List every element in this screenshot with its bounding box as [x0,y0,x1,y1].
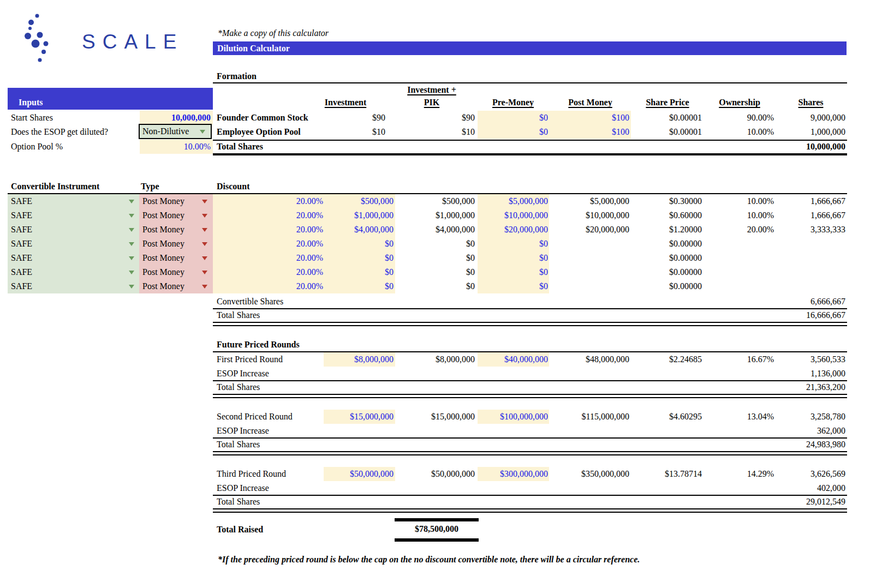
investment-input[interactable]: $0 [306,265,394,279]
pre-money-cell[interactable]: $0 [478,125,548,139]
scale-logo: SCALE [16,9,180,69]
instrument-dropdown[interactable]: SAFE [11,237,120,251]
chevron-down-icon[interactable] [129,256,134,260]
investment-input[interactable]: $0 [306,251,394,265]
table-row: ESOP Increase 1,136,000 [0,367,882,380]
ownership-cell: 20.00% [705,223,774,237]
instrument-dropdown[interactable]: SAFE [11,223,120,237]
dilution-calculator-sheet: SCALE *Make a copy of this calculator Di… [0,0,882,588]
shares-cell: 3,333,333 [776,223,845,237]
investment-input[interactable]: $500,000 [306,194,394,208]
chevron-down-icon[interactable] [202,256,207,260]
share-price-cell: $0.00000 [633,265,702,279]
inv-pik-cell: $500,000 [389,194,475,208]
cap-input[interactable]: $0 [478,265,548,279]
cap-input[interactable]: $0 [478,279,548,293]
chevron-down-icon[interactable] [202,271,207,274]
make-copy-note: *Make a copy of this calculator [218,27,329,39]
formation-section-title: Formation [217,70,257,82]
cap-input[interactable]: $0 [478,237,548,251]
instrument-dropdown[interactable]: SAFE [11,265,120,279]
chevron-down-icon[interactable] [202,285,207,289]
table-row: Total Shares 24,983,980 [0,439,882,451]
share-price-cell: $0.00001 [633,111,702,125]
priced-round-row: Second Priced Round $15,000,000 $15,000,… [0,410,882,424]
shares-cell: 1,666,667 [776,194,845,208]
inv-pik-cell: $90 [389,111,475,125]
cap-input[interactable]: $0 [478,251,548,265]
share-price-cell: $0.00000 [633,237,702,251]
inv-pik-cell: $1,000,000 [389,208,475,223]
chevron-down-icon[interactable] [202,214,207,218]
instrument-dropdown[interactable]: SAFE [11,194,120,208]
esop-increase-value: 1,136,000 [776,367,845,381]
shares-cell: 1,000,000 [776,125,845,139]
chevron-down-icon[interactable] [129,271,134,274]
convertible-row: SAFE Post Money 20.00% $4,000,000 $4,000… [0,223,882,237]
type-dropdown[interactable]: Post Money [142,265,197,279]
instrument-dropdown[interactable]: SAFE [11,279,120,293]
circular-reference-footnote: *If the preceding priced round is below … [218,553,640,566]
instrument-dropdown[interactable]: SAFE [11,208,120,223]
cap-input[interactable]: $5,000,000 [478,194,548,208]
chevron-down-icon[interactable] [129,285,134,289]
priced-round-row: First Priced Round $8,000,000 $8,000,000… [0,352,882,367]
round-investment-input[interactable]: $50,000,000 [306,467,394,481]
type-dropdown[interactable]: Post Money [142,279,197,293]
post-money-cell: $48,000,000 [551,352,629,367]
scale-logo-dots-icon [16,9,68,69]
investment-input[interactable]: $4,000,000 [306,223,394,237]
col-header-pre-money: Pre-Money [478,97,548,111]
convertible-row: SAFE Post Money 20.00% $0 $0 $0 $0.00000 [0,265,882,279]
convertible-shares-label: Convertible Shares [217,295,359,309]
table-row: Total Shares 16,666,667 [0,309,882,321]
investment-input[interactable]: $0 [306,279,394,293]
share-price-cell: $13.78714 [633,467,702,481]
investment-cell: $10 [306,125,385,139]
inv-pik-cell: $4,000,000 [389,223,475,237]
pre-money-input[interactable]: $40,000,000 [478,352,548,367]
pre-money-input[interactable]: $300,000,000 [478,467,548,481]
round-investment-input[interactable]: $8,000,000 [306,352,394,367]
chevron-down-icon[interactable] [129,242,134,246]
investment-input[interactable]: $1,000,000 [306,208,394,223]
inv-pik-cell: $0 [389,237,475,251]
post-money-cell[interactable]: $100 [551,111,629,125]
cap-input[interactable]: $10,000,000 [478,208,548,223]
table-row: Total Shares 21,363,200 [0,381,882,393]
investment-input[interactable]: $0 [306,237,394,251]
shares-cell: 1,666,667 [776,208,845,223]
pre-money-input[interactable]: $100,000,000 [478,410,548,424]
type-dropdown[interactable]: Post Money [142,223,197,237]
table-row: ESOP Increase 402,000 [0,482,882,495]
type-dropdown[interactable]: Post Money [142,251,197,265]
col-header-ownership: Ownership [705,97,774,111]
instrument-dropdown[interactable]: SAFE [11,251,120,265]
shares-cell: 3,626,569 [776,467,845,481]
chevron-down-icon[interactable] [129,214,134,218]
inputs-banner: Inputs [8,88,213,110]
round-investment-input[interactable]: $15,000,000 [306,410,394,424]
col-header-pik: PIK [389,97,475,111]
chevron-down-icon[interactable] [129,200,134,203]
esop-increase-value: 402,000 [776,482,845,496]
share-price-cell: $0.00000 [633,279,702,293]
chevron-down-icon[interactable] [202,242,207,246]
post-money-cell: $20,000,000 [551,223,629,237]
type-dropdown[interactable]: Post Money [142,194,197,208]
type-dropdown[interactable]: Post Money [142,208,197,223]
inv-pik-cell: $0 [389,279,475,293]
cap-input[interactable]: $20,000,000 [478,223,548,237]
inv-pik-cell: $15,000,000 [389,410,475,424]
shares-cell: 9,000,000 [776,111,845,125]
post-money-cell[interactable]: $100 [551,125,629,139]
chevron-down-icon[interactable] [129,228,134,232]
pre-money-cell[interactable]: $0 [478,111,548,125]
chevron-down-icon[interactable] [202,228,207,232]
chevron-down-icon[interactable] [202,200,207,203]
inv-pik-cell: $50,000,000 [389,467,475,481]
priced-round-row: Third Priced Round $50,000,000 $50,000,0… [0,467,882,481]
type-dropdown[interactable]: Post Money [142,237,197,251]
share-price-cell: $2.24685 [633,352,702,367]
ownership-cell: 10.00% [705,194,774,208]
